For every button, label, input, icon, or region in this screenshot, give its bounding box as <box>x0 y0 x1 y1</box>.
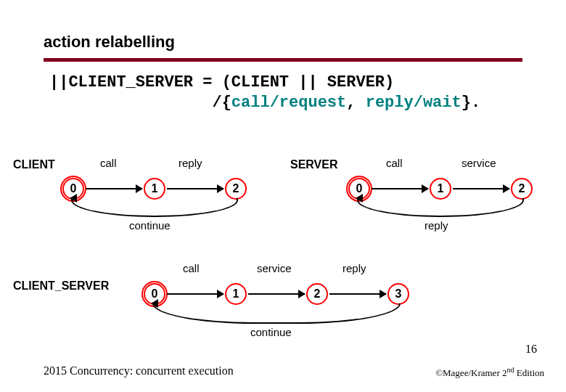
edge-label: continue <box>250 326 292 338</box>
diagram-client-server: CLIENT_SERVER 0 1 2 3 call service reply… <box>94 258 464 345</box>
diagram-cs-label: CLIENT_SERVER <box>13 279 109 293</box>
arrowhead-icon <box>217 184 224 193</box>
edge-label: call <box>386 157 403 169</box>
state-node: 2 <box>306 283 328 305</box>
arrow <box>372 188 428 189</box>
arrow <box>329 293 386 295</box>
slide-title: action relabelling <box>44 33 175 52</box>
attr-edition-suffix: Edition <box>514 367 544 378</box>
fsp-code: ||CLIENT_SERVER = (CLIENT || SERVER) /{c… <box>49 73 480 113</box>
edge-label: call <box>183 262 200 274</box>
code-relabel-1: call/request <box>231 94 346 112</box>
arrow <box>248 293 305 295</box>
edge-label: service <box>462 157 496 169</box>
footer-attribution: ©Magee/Kramer 2nd Edition <box>435 366 544 379</box>
diagram-client: CLIENT 0 1 2 call reply continue <box>13 152 274 240</box>
diagram-server-label: SERVER <box>290 158 338 171</box>
code-line2-suffix: }. <box>462 94 480 112</box>
arrow <box>453 188 509 189</box>
code-join: , <box>346 94 365 112</box>
state-node: 1 <box>430 178 451 200</box>
edge-label: call <box>100 157 117 169</box>
title-rule <box>44 58 522 62</box>
slide: action relabelling ||CLIENT_SERVER = (CL… <box>0 0 566 392</box>
page-number: 16 <box>525 343 537 356</box>
arrowhead-icon <box>217 290 224 298</box>
arrowhead-icon <box>151 299 158 308</box>
edge-label: service <box>257 262 292 274</box>
arrowhead-icon <box>422 184 429 193</box>
arrowhead-icon <box>356 194 363 203</box>
arrowhead-icon <box>298 290 305 298</box>
state-node: 2 <box>511 178 533 200</box>
attr-edition-sup: nd <box>506 366 514 374</box>
code-relabel-2: reply/wait <box>366 94 462 112</box>
arrowhead-icon <box>380 290 387 298</box>
arrow <box>167 293 223 295</box>
arrow <box>86 188 142 189</box>
edge-label: reply <box>343 262 366 274</box>
arrow <box>167 188 223 189</box>
attr-prefix: ©Magee/Kramer <box>435 367 502 378</box>
arrowhead-icon <box>136 184 143 193</box>
return-arc <box>357 198 524 217</box>
state-node: 1 <box>144 178 165 200</box>
code-line1: ||CLIENT_SERVER = (CLIENT || SERVER) <box>49 73 394 91</box>
arrowhead-icon <box>503 184 510 193</box>
edge-label: continue <box>129 219 171 232</box>
state-node: 3 <box>387 283 409 305</box>
state-node: 2 <box>225 178 247 200</box>
arrowhead-icon <box>70 194 77 203</box>
edge-label: reply <box>179 157 202 169</box>
diagram-server: SERVER 0 1 2 call service reply <box>290 152 559 240</box>
return-arc <box>152 303 401 324</box>
edge-label: reply <box>424 219 448 232</box>
state-node: 1 <box>225 283 247 305</box>
footer-left: 2015 Concurrency: concurrent execution <box>44 364 234 377</box>
code-line2-prefix: /{ <box>49 94 231 112</box>
diagram-client-label: CLIENT <box>13 158 55 171</box>
return-arc <box>71 198 238 217</box>
